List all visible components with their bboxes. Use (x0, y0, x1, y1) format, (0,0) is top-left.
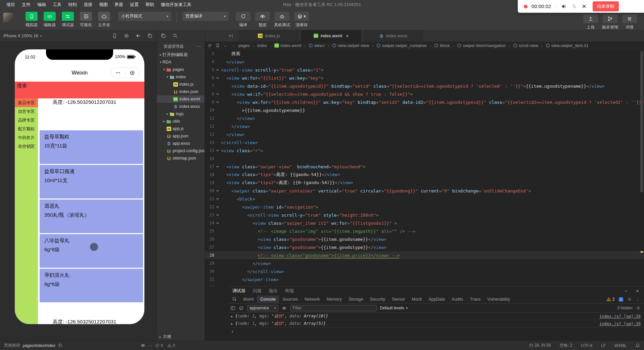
tree-item-app.json[interactable]: {..}app.json (157, 132, 204, 140)
code-line[interactable]: 12 </view> (205, 122, 644, 130)
panel-tab-输出[interactable]: 输出 (269, 288, 278, 294)
code-line[interactable]: 9 <view wx:for="{{item.children}}" wx:ke… (205, 98, 644, 106)
fold-icon[interactable] (214, 189, 221, 192)
console-prompt[interactable]: › (228, 327, 644, 335)
kebab-menu-icon[interactable]: ⋮ (636, 297, 640, 302)
devtools-tab-Network[interactable]: Network (301, 296, 323, 303)
panel-tab-调试器[interactable]: 调试器 (232, 288, 245, 294)
tree-item-index.json[interactable]: {..}index.json (157, 88, 204, 95)
tree-item-index.wxml[interactable]: <>index.wxml (157, 95, 204, 103)
breadcrumb-item-pages[interactable]: pages (238, 43, 250, 48)
code-line[interactable]: 8 <view wx:if="{{selectid==item.ugoodsty… (205, 90, 644, 98)
toggle-模拟器[interactable]: 模拟器 (23, 11, 40, 28)
tab-index.js[interactable]: JSindex.js (239, 30, 299, 42)
上传-button[interactable]: 上传 (581, 14, 600, 30)
breadcrumb-item-block[interactable]: block (434, 43, 450, 48)
code-line[interactable]: 7 <view data-id="{{item.ugoodstypeid}}" … (205, 82, 644, 90)
code-line[interactable]: 29 </view> (205, 259, 644, 267)
more-icon[interactable]: ⋯ (148, 343, 152, 348)
code-line[interactable]: 20 <swiper class="swiper_container" vert… (205, 187, 644, 195)
tree-item-project.config.json[interactable]: {..}project.config.json (157, 147, 204, 155)
sidebar-item-配方颗粒[interactable]: 配方颗粒 (15, 125, 38, 133)
fold-icon[interactable] (214, 221, 221, 225)
encoding-setting[interactable]: UTF-8 (581, 343, 592, 348)
tree-item-index[interactable]: ▾index (157, 73, 204, 81)
issues-badge[interactable]: 1 (619, 297, 623, 302)
warnings-badge[interactable]: 2 (606, 297, 615, 302)
code-line[interactable]: 31 </swiper-item> (205, 275, 644, 283)
devtools-tab-AppData[interactable]: AppData (425, 296, 448, 303)
editor-scrollbar[interactable] (640, 51, 643, 192)
expand-icon[interactable]: ▶ (231, 315, 233, 318)
breadcrumb-item-view.swiper-view[interactable]: view.swiper-view (332, 43, 369, 48)
code-line[interactable]: 16 (205, 155, 644, 163)
真机调试-button[interactable]: 真机调试 (272, 11, 292, 28)
fold-icon[interactable] (214, 205, 221, 209)
sidebar-item-自营专区[interactable]: 自营专区 (15, 107, 38, 116)
devtools-settings-gear-icon[interactable] (627, 297, 632, 302)
warning-count[interactable]: 0 (167, 343, 175, 348)
tree-item-logs[interactable]: ▸logs (157, 110, 204, 118)
forward-icon[interactable]: → (231, 43, 235, 48)
fold-icon[interactable] (214, 68, 221, 72)
tree-item-utils[interactable]: ▸utils (157, 118, 204, 125)
close-panel-icon[interactable]: ✕ (636, 289, 639, 294)
breadcrumb-item-swiper.swiper_container[interactable]: swiper.swiper_container (376, 43, 427, 48)
error-count[interactable]: 0 (155, 343, 163, 348)
toggle-云开发[interactable]: 云开发 (95, 11, 113, 28)
code-line[interactable]: 24 <view class="swiper_item it1" wx:for=… (205, 219, 644, 227)
mode-select[interactable]: 小程序模式 ▾ (118, 12, 171, 21)
sidebar-item-非控销区[interactable]: 非控销区 (15, 142, 38, 151)
devtools-tab-Trace[interactable]: Trace (467, 296, 484, 303)
code-line[interactable]: 14</scroll-view> (205, 138, 644, 146)
product-card[interactable]: 益母草口服液10ml*11支 (40, 165, 143, 199)
code-line[interactable]: 6 <view wx:for="{{list}}" wx:key="key"> (205, 74, 644, 82)
code-line[interactable]: 27 <view class="goodsname">{{item.goodst… (205, 243, 644, 251)
stop-recording-button[interactable]: 结束录制 (593, 1, 619, 11)
sound-icon[interactable] (136, 33, 141, 38)
fold-icon[interactable] (214, 213, 221, 217)
more-icon[interactable] (111, 70, 125, 75)
product-card[interactable]: 逍遥丸350丸/瓶（浓缩丸） (40, 200, 143, 233)
rotate-device-icon[interactable] (112, 33, 117, 38)
tree-item-pages[interactable]: ▾pages (157, 66, 204, 73)
fold-icon[interactable] (214, 149, 221, 152)
collapse-tabs-icon[interactable] (228, 33, 233, 38)
product-card[interactable]: 益母草颗粒15克*11袋 (40, 130, 143, 164)
indentation-setting[interactable]: 空格: 2 (560, 343, 572, 348)
menu-item-文件[interactable]: 文件 (19, 1, 34, 9)
expand-icon[interactable]: ▶ (231, 322, 233, 325)
outline-section[interactable]: ▸ 大纲 (157, 333, 204, 341)
inspect-element-icon[interactable] (232, 297, 237, 302)
toggle-编辑器[interactable]: 编辑器 (41, 11, 58, 28)
tab-index.wxml[interactable]: <>index.wxml× (301, 30, 361, 42)
code-line[interactable]: 22 <swiper-item id="navigation"> (205, 203, 644, 211)
清缓存-button[interactable]: ▾清缓存 (292, 11, 311, 28)
toggle-可视化[interactable]: 可视化 (77, 11, 95, 28)
console-settings-gear-icon[interactable] (636, 306, 641, 310)
code-line[interactable]: 4 </view> (205, 58, 644, 66)
devtools-tab-Wxml[interactable]: Wxml (240, 296, 257, 303)
tree-item-app.wxss[interactable]: app.wxss (157, 140, 204, 147)
menu-item-选择[interactable]: 选择 (81, 1, 95, 9)
code-line[interactable]: 26 <view class="goodsname">{{item.goodsn… (205, 235, 644, 243)
toggle-调试器[interactable]: 调试器 (59, 11, 77, 28)
console-message[interactable]: ▶{code: 1, mgs: "成功", data: Array(10)}in… (228, 313, 644, 320)
more-icon[interactable]: ⋯ (197, 44, 201, 49)
tree-item-sitemap.json[interactable]: {..}sitemap.json (157, 155, 204, 162)
device-selector[interactable]: iPhone X 100% 16 ▾ (3, 34, 42, 38)
eye-icon[interactable] (140, 343, 145, 348)
devtools-tab-Mock[interactable]: Mock (409, 296, 425, 303)
compile-select[interactable]: 普通编译 ▾ (182, 12, 229, 21)
code-line[interactable]: 23 <scroll-view scroll-y="true" style="h… (205, 211, 644, 219)
menu-item-转到[interactable]: 转到 (65, 1, 80, 9)
fold-icon[interactable] (214, 76, 221, 80)
context-select[interactable]: appservice ▾ (247, 305, 278, 311)
bell-icon[interactable] (635, 343, 640, 348)
code-line[interactable]: 17 <view class="swiper-view" bindtouchen… (205, 163, 644, 171)
list-icon[interactable] (208, 43, 212, 48)
copy-icon[interactable] (58, 343, 62, 348)
tree-item-index.wxss[interactable]: index.wxss (157, 103, 204, 110)
cursor-position[interactable]: 行 28, 列 56 (530, 343, 551, 348)
sidebar-item-中药饮片[interactable]: 中药饮片 (15, 133, 38, 142)
